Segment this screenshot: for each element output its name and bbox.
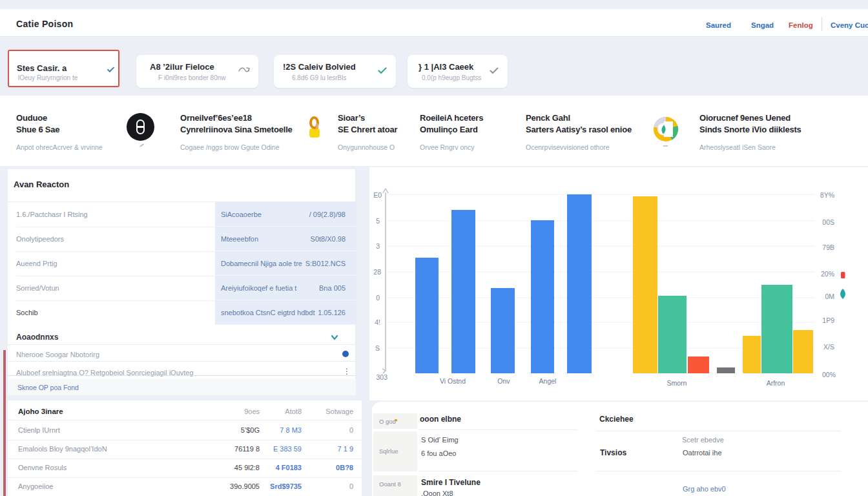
svg-text:Vi Ostnd: Vi Ostnd	[440, 377, 466, 385]
svg-text:28: 28	[373, 268, 381, 276]
svg-text:Smorn: Smorn	[667, 379, 687, 387]
svg-text:00%: 00%	[822, 371, 836, 378]
svg-text:E0: E0	[373, 191, 382, 199]
svg-text:0: 0	[376, 294, 380, 302]
svg-text:3: 3	[376, 242, 380, 250]
svg-text:303: 303	[376, 373, 388, 381]
svg-text:1P9: 1P9	[822, 316, 834, 324]
svg-text:00S: 00S	[822, 218, 834, 226]
svg-text:5: 5	[376, 217, 380, 225]
svg-text:S: S	[375, 344, 380, 352]
svg-text:0M: 0M	[825, 293, 834, 300]
svg-text:X/S: X/S	[823, 343, 834, 351]
svg-text:79B: 79B	[822, 243, 834, 251]
svg-text:Onv: Onv	[497, 377, 510, 385]
svg-text:Arfron: Arfron	[767, 379, 785, 387]
svg-text:8Y%: 8Y%	[820, 191, 834, 199]
svg-text:20%: 20%	[821, 270, 834, 278]
svg-text:Angel: Angel	[539, 377, 557, 385]
svg-text:4!: 4!	[375, 318, 380, 326]
